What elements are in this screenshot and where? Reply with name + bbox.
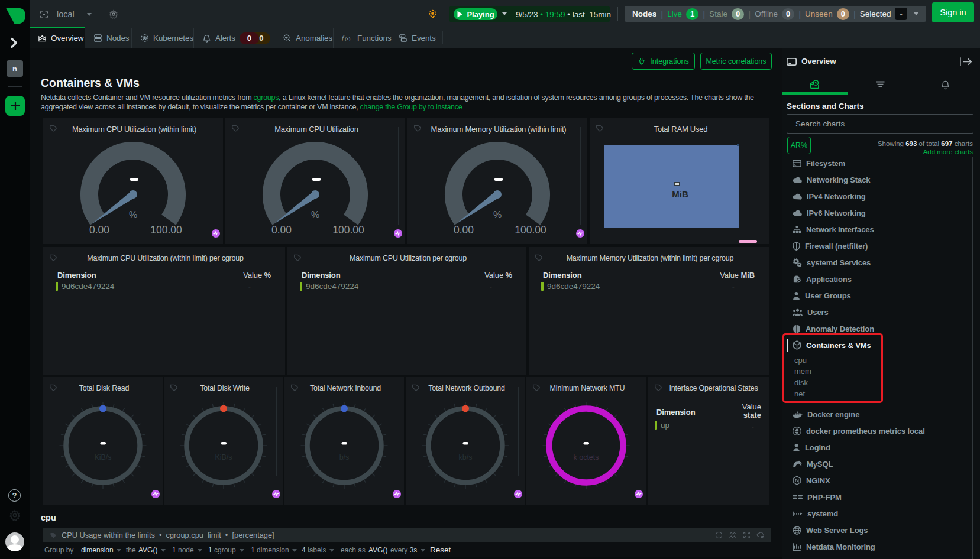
svg-text:kb/s: kb/s	[459, 453, 473, 462]
svg-text:f: f	[342, 34, 345, 41]
svg-text:100.00: 100.00	[150, 224, 182, 236]
svg-text:0.00: 0.00	[271, 224, 292, 236]
svg-text:KiB/s: KiB/s	[215, 453, 232, 462]
svg-text:100.00: 100.00	[515, 224, 546, 236]
svg-text:%: %	[493, 210, 502, 220]
svg-text:100.00: 100.00	[332, 224, 364, 236]
svg-text:(x): (x)	[345, 36, 351, 41]
svg-text:0.00: 0.00	[454, 224, 474, 236]
svg-text:0.00: 0.00	[89, 224, 109, 236]
svg-text:%: %	[311, 210, 319, 220]
svg-text:k octets: k octets	[573, 453, 599, 462]
svg-text:%: %	[129, 210, 137, 220]
svg-text:b/s: b/s	[339, 453, 350, 462]
svg-text:KiB/s: KiB/s	[94, 453, 111, 462]
